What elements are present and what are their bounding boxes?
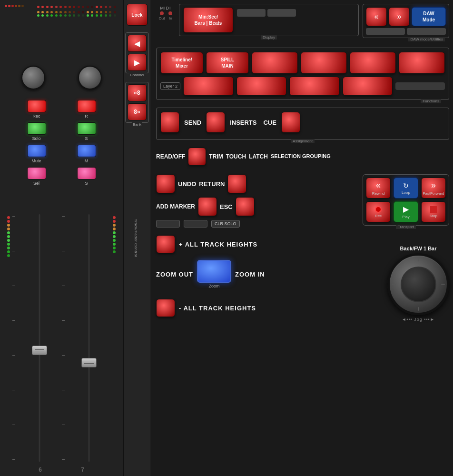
channel-prev-button[interactable]: ◀	[128, 35, 147, 52]
solo-button-1[interactable]	[27, 122, 46, 135]
func-btn-6[interactable]	[236, 77, 287, 96]
return-button-sq[interactable]	[227, 174, 246, 193]
solo-label-2: S	[85, 136, 88, 141]
func-btn-4[interactable]	[399, 52, 445, 74]
midi-in-dot	[168, 11, 172, 15]
functions-label: Functions	[421, 99, 441, 103]
daw-arrow-right[interactable]: »	[389, 7, 410, 26]
midi-out-label: Out	[159, 16, 165, 20]
selection-grouping-label: SELECTION GROUPING	[271, 153, 331, 159]
led-rect-1	[156, 220, 180, 228]
mute-button-1[interactable]	[27, 145, 46, 157]
timeline-mixer-button[interactable]: Timeline/ Mixer	[160, 52, 203, 74]
display-sub-led-1	[237, 9, 266, 17]
plus-all-track-label: + ALL TRACK HEIGHTS	[179, 241, 257, 248]
func-btn-7[interactable]	[289, 77, 340, 96]
channel-next-button[interactable]: ▶	[128, 54, 147, 71]
daw-mode-button[interactable]: DAW Mode	[412, 7, 446, 26]
assign-btn-2[interactable]	[206, 112, 225, 133]
rec-label-1: Rec	[32, 114, 40, 119]
func-btn-1[interactable]	[252, 52, 298, 74]
trim-label: TRIM	[209, 153, 223, 160]
rewind-button[interactable]: « Rewind	[366, 178, 391, 198]
rec-button-1[interactable]	[27, 100, 46, 112]
spill-main-button[interactable]: SPILL MAIN	[206, 52, 249, 74]
mute-label-1: Mute	[31, 159, 41, 163]
main-panel: MIDI Out In Min:Sec/ Bars | Beats	[150, 0, 453, 476]
daw-led-1	[366, 28, 405, 35]
inserts-label: INSERTS	[228, 119, 258, 126]
fastforward-button[interactable]: » FastForward	[421, 178, 446, 198]
read-off-button[interactable]	[188, 148, 206, 166]
zoom-sub-label: Zoom	[209, 284, 220, 288]
knob-left[interactable]	[21, 66, 45, 89]
func-btn-5[interactable]	[183, 77, 234, 96]
bank-prev-button[interactable]: «8	[128, 84, 147, 101]
display-sub-led-2	[267, 9, 296, 17]
func-btn-spacer	[395, 82, 445, 90]
mute-label-2: M	[85, 159, 89, 163]
midi-in-label: In	[169, 16, 172, 20]
channel-number-7: 7	[81, 466, 84, 473]
add-marker-button[interactable]	[198, 197, 217, 216]
func-btn-8[interactable]	[343, 77, 393, 96]
return-label: RETURN	[199, 180, 225, 188]
rec-button-2[interactable]	[77, 100, 96, 112]
rec-label-2: R	[85, 114, 88, 119]
sel-button-2[interactable]	[77, 167, 96, 179]
lock-button[interactable]: Lock	[127, 4, 148, 26]
undo-label: UNDO	[178, 180, 196, 188]
left-panel: Rec R Solo S Mute	[0, 0, 124, 476]
read-off-label: READ/OFF	[156, 153, 185, 160]
back-fw-label: Back/FW 1 Bar	[400, 246, 436, 251]
fader-1[interactable]	[32, 346, 47, 355]
minus-all-track-label: - ALL TRACK HEIGHTS	[179, 305, 256, 312]
solo-button-2[interactable]	[77, 122, 96, 135]
channel-label: Channel	[129, 73, 145, 77]
bank-next-button[interactable]: 8»	[128, 103, 147, 120]
daw-led-2	[407, 28, 446, 35]
daw-arrow-left[interactable]: «	[366, 7, 387, 26]
assign-btn-1[interactable]	[160, 112, 179, 133]
rec-transport-button[interactable]: Rec	[366, 201, 391, 222]
add-marker-label: ADD MARKER	[156, 203, 195, 210]
stop-button[interactable]: Stop	[421, 201, 446, 222]
mute-button-2[interactable]	[77, 145, 96, 157]
func-btn-3[interactable]	[350, 52, 396, 74]
zoom-out-label: ZOOM OUT	[156, 271, 193, 278]
jog-sub-label: ◄••• Jog •••►	[402, 317, 434, 322]
min-sec-button[interactable]: Min:Sec/ Bars | Beats	[183, 7, 233, 33]
bank-label: Bank	[132, 122, 142, 127]
assign-btn-3[interactable]	[281, 112, 300, 133]
esc-button[interactable]	[236, 197, 255, 216]
play-button[interactable]: ▶ Play	[394, 201, 418, 222]
knob-right[interactable]	[78, 66, 102, 89]
channel-number-6: 6	[39, 466, 42, 473]
daw-section-label: DAW mode/Utilities	[408, 37, 445, 41]
transport-label: Transport	[396, 225, 416, 229]
solo-label-1: Solo	[32, 136, 40, 141]
sel-button-1[interactable]	[27, 167, 46, 179]
latch-label: LATCH	[249, 153, 268, 160]
plus-track-heights-button[interactable]	[156, 235, 175, 253]
fader-2[interactable]	[81, 358, 97, 367]
display-section-label: Display	[261, 35, 277, 40]
esc-label: ESC	[220, 203, 233, 210]
zoom-in-label: ZOOM IN	[235, 271, 265, 278]
func-btn-2[interactable]	[301, 52, 347, 74]
minus-track-heights-button[interactable]	[156, 299, 175, 317]
clr-solo-button[interactable]: CLR SOLO	[211, 220, 240, 228]
jog-wheel[interactable]	[387, 253, 449, 315]
sel-label-2: S	[85, 181, 88, 186]
zoom-button[interactable]	[197, 260, 231, 283]
midi-out-dot	[160, 11, 164, 15]
midi-label: MIDI	[160, 6, 171, 10]
touch-label: TOUCH	[226, 153, 246, 160]
loop-button[interactable]: ↻ Loop	[394, 178, 418, 198]
track-fader-label: Track/Fader Control	[134, 219, 138, 257]
sel-label-1: Sel	[33, 181, 39, 186]
cue-label: CUE	[261, 119, 278, 126]
assignment-label: Assignment	[291, 139, 315, 143]
undo-button-sq[interactable]	[156, 174, 175, 193]
led-rect-2	[184, 220, 207, 228]
